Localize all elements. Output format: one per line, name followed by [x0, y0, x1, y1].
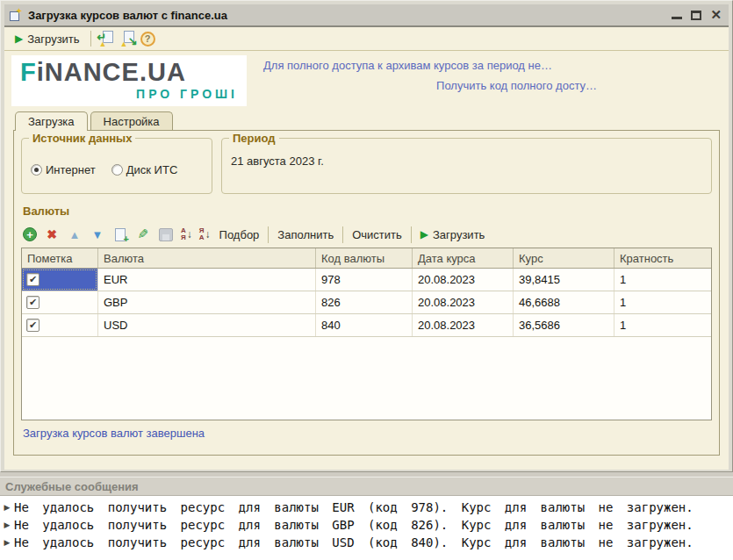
add-row-icon[interactable]: +	[23, 227, 37, 241]
toolbar-separator	[268, 226, 269, 243]
checkbox-checked-icon[interactable]: ✔	[26, 273, 40, 286]
load-button-label: Загрузить	[27, 32, 79, 46]
titlebar[interactable]: ✦ Загрузка курсов валют с finance.ua ✕	[4, 4, 729, 27]
sort-ascending-icon[interactable]: АЯ ↓	[181, 226, 192, 242]
toolbar-separator	[342, 226, 343, 243]
code-cell[interactable]: 978	[316, 269, 413, 291]
code-cell[interactable]: 840	[316, 314, 413, 336]
table-row[interactable]: ✔ USD 840 20.08.2023 36,5686 1	[22, 314, 711, 337]
period-group-title: Период	[229, 132, 279, 145]
table-empty-area[interactable]	[22, 337, 711, 420]
save-values-button[interactable]: ↘▲	[119, 31, 135, 47]
rate-cell[interactable]: 46,6688	[514, 291, 614, 313]
archive-access-link[interactable]: Для полного доступа к архивам курсов за …	[263, 59, 552, 72]
source-groupbox: Источник данных Интернет Диск ИТС	[21, 138, 212, 194]
radio-disk-its-circle[interactable]	[111, 164, 123, 176]
service-messages-title[interactable]: Служебные сообщения	[0, 477, 733, 496]
main-toolbar: ▶ Загрузить ↵▲ ↘▲ ?	[4, 27, 729, 51]
dialog-form: ▶ Загрузить ↵▲ ↘▲ ? FiNANCE.UA ПРО ГРОШІ…	[4, 27, 729, 470]
radio-internet-label: Интернет	[46, 163, 96, 176]
delete-row-icon[interactable]: ✖	[44, 226, 60, 242]
move-down-icon[interactable]: ▼	[90, 226, 105, 242]
move-up-icon[interactable]: ▲	[67, 226, 83, 242]
play-icon: ▶	[420, 229, 428, 240]
source-group-title: Источник данных	[29, 132, 135, 145]
column-header-currency[interactable]: Валюта	[98, 248, 316, 268]
load-rates-button[interactable]: ▶ Загрузить	[419, 226, 487, 243]
load-status-text: Загрузка курсов валют завершена	[23, 427, 712, 440]
fill-button[interactable]: Заполнить	[276, 226, 335, 243]
load-rates-label: Загрузить	[433, 228, 485, 241]
multiplier-cell[interactable]: 1	[614, 269, 711, 291]
currencies-toolbar: + ✖ ▲ ▼ + ✎ АЯ ↓ ЯА ↓ Подбор Заполнить	[21, 221, 712, 248]
rate-cell[interactable]: 39,8415	[514, 269, 614, 291]
table-row[interactable]: ✔ GBP 826 20.08.2023 46,6688 1	[22, 291, 711, 314]
date-cell[interactable]: 20.08.2023	[413, 269, 514, 291]
toolbar-separator	[90, 31, 91, 47]
rate-cell[interactable]: 36,5686	[514, 314, 614, 336]
currency-cell[interactable]: GBP	[98, 291, 316, 313]
column-header-rate[interactable]: Курс	[514, 248, 614, 268]
service-message-row[interactable]: ▶ Не удалось получить ресурс для валюты …	[0, 516, 733, 534]
pick-button[interactable]: Подбор	[218, 226, 262, 243]
radio-internet[interactable]: Интернет	[31, 163, 96, 176]
mark-cell[interactable]: ✔	[22, 269, 97, 291]
message-bullet-icon: ▶	[0, 538, 14, 547]
tab-zagruzka[interactable]: Загрузка	[15, 111, 88, 131]
service-messages-panel: Служебные сообщения ▶ Не удалось получит…	[0, 477, 733, 560]
code-cell[interactable]: 826	[316, 291, 413, 313]
load-rates-dialog: ✦ Загрузка курсов валют с finance.ua ✕ ▶…	[0, 0, 733, 472]
tab-nastroyka[interactable]: Настройка	[90, 111, 173, 130]
service-messages-list: ▶ Не удалось получить ресурс для валюты …	[0, 496, 733, 560]
message-bullet-icon: ▶	[0, 503, 14, 512]
currency-cell[interactable]: EUR	[98, 269, 316, 291]
clear-button[interactable]: Очистить	[350, 226, 404, 243]
service-message-row[interactable]: ▶ Не удалось получить ресурс для валюты …	[0, 534, 733, 551]
close-button[interactable]: ✕	[710, 9, 722, 21]
finance-ua-logo: FiNANCE.UA ПРО ГРОШІ	[11, 55, 247, 106]
mark-cell[interactable]: ✔	[22, 314, 97, 336]
service-message-row[interactable]: ▶ Не удалось получить ресурс для валюты …	[0, 499, 733, 516]
header-links: Для полного доступа к архивам курсов за …	[263, 55, 720, 109]
date-cell[interactable]: 20.08.2023	[413, 314, 514, 336]
message-bullet-icon: ▶	[0, 521, 14, 529]
tab-page-load: Источник данных Интернет Диск ИТС Период…	[13, 130, 720, 456]
window-title: Загрузка курсов валют с finance.ua	[28, 9, 672, 22]
table-header: Пометка Валюта Код валюты Дата курса Кур…	[22, 248, 711, 269]
logo-slogan: ПРО ГРОШІ	[20, 85, 238, 103]
maximize-button[interactable]	[691, 11, 701, 20]
sort-descending-icon[interactable]: ЯА ↓	[199, 226, 211, 242]
message-text: Не удалось получить ресурс для валюты US…	[14, 535, 693, 549]
get-access-code-link[interactable]: Получить код полного досту…	[436, 79, 597, 92]
tab-bar: Загрузка Настройка	[4, 111, 729, 130]
period-value[interactable]: 21 августа 2023 г.	[231, 153, 702, 168]
app-background: { "window": { "title": "Загрузка курсов …	[0, 0, 733, 560]
column-header-code[interactable]: Код валюты	[316, 248, 413, 268]
radio-internet-circle[interactable]	[31, 164, 42, 176]
copy-row-icon[interactable]: +	[112, 226, 128, 242]
column-header-mark[interactable]: Пометка	[22, 248, 98, 268]
restore-values-button[interactable]: ↵▲	[98, 31, 114, 47]
play-icon: ▶	[15, 33, 23, 44]
mark-cell[interactable]: ✔	[22, 291, 97, 313]
window-icon: ✦	[10, 9, 23, 21]
date-cell[interactable]: 20.08.2023	[413, 291, 514, 313]
radio-disk-its[interactable]: Диск ИТС	[111, 163, 178, 176]
toolbar-separator	[411, 226, 412, 243]
currencies-table: Пометка Валюта Код валюты Дата курса Кур…	[21, 248, 712, 420]
multiplier-cell[interactable]: 1	[614, 291, 711, 313]
minimize-button[interactable]	[672, 11, 682, 19]
message-text: Не удалось получить ресурс для валюты EU…	[14, 500, 693, 514]
edit-row-icon[interactable]: ✎	[135, 226, 151, 242]
table-row[interactable]: ✔ EUR 978 20.08.2023 39,8415 1	[22, 269, 711, 291]
column-header-date[interactable]: Дата курса	[413, 248, 514, 268]
currency-cell[interactable]: USD	[98, 314, 316, 336]
logo-text: FiNANCE.UA	[20, 59, 238, 85]
checkbox-checked-icon[interactable]: ✔	[26, 296, 40, 309]
load-button[interactable]: ▶ Загрузить	[11, 31, 83, 47]
period-groupbox: Период 21 августа 2023 г.	[221, 138, 712, 194]
checkbox-checked-icon[interactable]: ✔	[26, 319, 40, 332]
help-button[interactable]: ?	[140, 32, 155, 47]
column-header-multiplier[interactable]: Кратность	[614, 248, 711, 268]
multiplier-cell[interactable]: 1	[614, 314, 711, 336]
